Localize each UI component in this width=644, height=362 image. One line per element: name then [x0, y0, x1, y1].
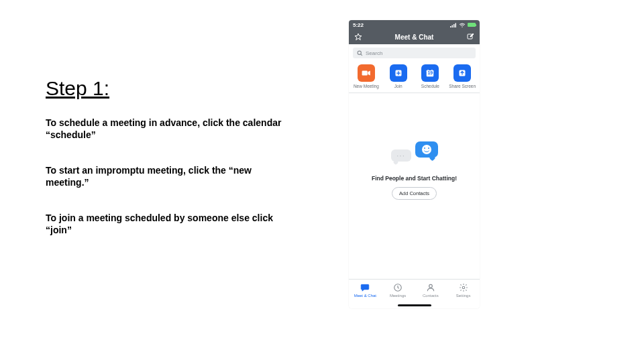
phone-mockup: 5:22 Meet & Chat Search: [349, 20, 480, 308]
chat-illustration-icon: [391, 140, 438, 170]
tab-contacts[interactable]: Contacts: [416, 283, 445, 298]
status-bar: 5:22: [349, 20, 480, 29]
search-placeholder: Search: [366, 50, 382, 56]
wifi-icon: [459, 23, 466, 27]
clock-icon: [393, 283, 402, 292]
tab-settings[interactable]: Settings: [449, 283, 478, 298]
star-icon[interactable]: [354, 33, 362, 41]
instruction-1: To schedule a meeting in advance, click …: [46, 117, 287, 141]
signal-icon: [450, 23, 457, 27]
tab-meetings[interactable]: Meetings: [383, 283, 413, 298]
step-title: Step 1:: [46, 77, 287, 100]
action-label: Join: [394, 84, 402, 88]
action-label: Schedule: [421, 84, 439, 88]
empty-state: Find People and Start Chatting! Add Cont…: [349, 93, 480, 247]
instruction-3: To join a meeting scheduled by someone e…: [46, 213, 287, 236]
instruction-panel: Step 1: To schedule a meeting in advance…: [46, 77, 287, 260]
join-button[interactable]: Join: [384, 64, 413, 88]
svg-rect-1: [452, 25, 453, 27]
svg-rect-0: [450, 26, 451, 27]
tab-label: Meetings: [390, 294, 406, 298]
tab-meet-chat[interactable]: Meet & Chat: [350, 283, 380, 298]
instruction-2: To start an impromptu meeting, click the…: [46, 165, 287, 188]
search-input[interactable]: Search: [353, 48, 476, 58]
svg-rect-8: [362, 71, 367, 76]
plus-icon: [390, 64, 407, 82]
action-label: Share Screen: [449, 84, 476, 88]
svg-marker-4: [355, 34, 362, 40]
add-contacts-button[interactable]: Add Contacts: [392, 187, 437, 200]
empty-title: Find People and Start Chatting!: [372, 175, 457, 182]
tab-label: Meet & Chat: [354, 294, 376, 298]
chat-icon: [360, 283, 370, 292]
new-meeting-button[interactable]: New Meeting: [352, 64, 381, 88]
svg-line-7: [361, 54, 362, 55]
header-title: Meet & Chat: [362, 34, 466, 41]
calendar-icon: 19: [421, 64, 439, 82]
compose-icon[interactable]: [466, 33, 474, 41]
home-indicator: [398, 304, 431, 306]
svg-rect-3: [455, 23, 457, 27]
svg-point-6: [358, 51, 361, 54]
contacts-icon: [426, 283, 435, 292]
svg-rect-2: [453, 24, 455, 27]
share-icon: [453, 64, 471, 82]
search-icon: [357, 50, 363, 56]
tab-label: Settings: [456, 294, 471, 298]
calendar-date-badge: 19: [427, 70, 433, 75]
tab-label: Contacts: [423, 294, 439, 298]
app-header: Meet & Chat: [349, 29, 480, 44]
video-icon: [358, 64, 375, 82]
gear-icon: [459, 283, 468, 292]
battery-icon: [468, 23, 476, 27]
status-time: 5:22: [353, 22, 364, 28]
svg-point-17: [462, 286, 465, 289]
svg-point-16: [429, 284, 433, 288]
schedule-button[interactable]: 19 Schedule: [415, 64, 445, 88]
action-label: New Meeting: [354, 84, 379, 88]
action-row: New Meeting Join 19 Schedule Share Scree…: [349, 62, 480, 90]
share-screen-button[interactable]: Share Screen: [447, 64, 477, 88]
tab-bar: Meet & Chat Meetings Contacts Settings: [349, 279, 480, 308]
